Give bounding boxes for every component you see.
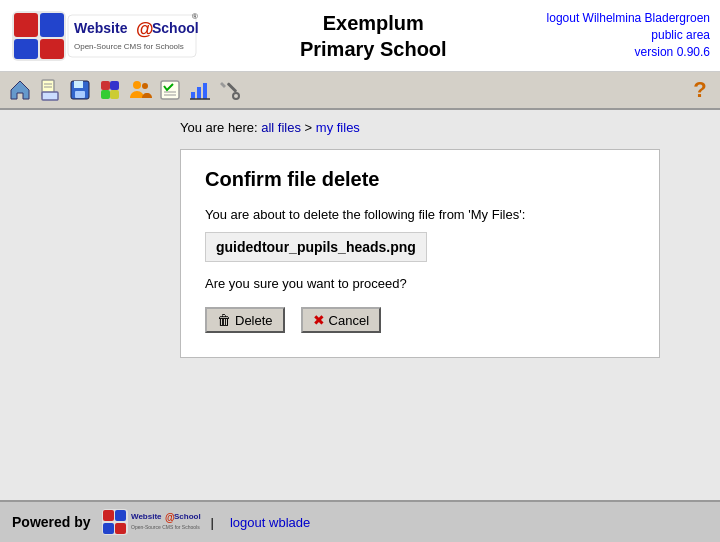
svg-rect-20	[101, 90, 110, 99]
logout-link[interactable]: logout Wilhelmina Bladergroen	[547, 11, 710, 25]
site-logo: Website @ School ® Open-Source CMS for S…	[10, 7, 200, 65]
svg-rect-4	[40, 39, 64, 59]
svg-text:School: School	[174, 512, 201, 521]
svg-rect-16	[74, 81, 83, 88]
confirm-title: Confirm file delete	[205, 168, 635, 191]
help-icon[interactable]: ?	[686, 76, 714, 104]
cancel-button[interactable]: ✖ Cancel	[301, 307, 381, 333]
svg-text:Website: Website	[74, 20, 128, 36]
delete-button[interactable]: 🗑 Delete	[205, 307, 285, 333]
svg-rect-3	[14, 39, 38, 59]
page-icon[interactable]	[36, 76, 64, 104]
breadcrumb-current[interactable]: my files	[316, 120, 360, 135]
breadcrumb-parent[interactable]: all files	[261, 120, 301, 135]
svg-text:Open-Source CMS for Schools: Open-Source CMS for Schools	[131, 524, 200, 530]
site-title: Exemplum Primary School	[200, 10, 547, 62]
footer-logout-link[interactable]: logout wblade	[230, 515, 310, 530]
home-icon[interactable]	[6, 76, 34, 104]
svg-rect-27	[191, 92, 195, 99]
svg-point-23	[142, 83, 148, 89]
svg-point-32	[233, 93, 239, 99]
svg-rect-12	[42, 92, 58, 100]
user-info: logout Wilhelmina Bladergroen public are…	[547, 10, 710, 60]
svg-rect-31	[227, 82, 238, 93]
svg-rect-37	[115, 523, 126, 534]
svg-rect-18	[101, 81, 110, 90]
svg-rect-34	[103, 510, 114, 521]
checklist-icon[interactable]	[156, 76, 184, 104]
breadcrumb: You are here: all files > my files	[180, 120, 720, 135]
filename-display: guidedtour_pupils_heads.png	[205, 232, 427, 262]
svg-rect-2	[40, 13, 64, 37]
logo-area: Website @ School ® Open-Source CMS for S…	[10, 7, 200, 65]
footer-logo: Website @ School Open-Source CMS for Sch…	[101, 508, 201, 536]
main-content: You are here: all files > my files Confi…	[0, 110, 720, 500]
svg-rect-36	[103, 523, 114, 534]
delete-description: You are about to delete the following fi…	[205, 207, 635, 222]
users-icon[interactable]	[126, 76, 154, 104]
svg-rect-21	[110, 90, 119, 99]
svg-rect-28	[197, 87, 201, 99]
button-row: 🗑 Delete ✖ Cancel	[205, 307, 635, 333]
svg-text:@: @	[136, 19, 154, 39]
svg-text:Website: Website	[131, 512, 162, 521]
confirm-question: Are you sure you want to proceed?	[205, 276, 635, 291]
footer: Powered by Website @ School Open-Source …	[0, 500, 720, 542]
header: Website @ School ® Open-Source CMS for S…	[0, 0, 720, 72]
stats-icon[interactable]	[186, 76, 214, 104]
toolbar: ?	[0, 72, 720, 110]
save-icon[interactable]	[66, 76, 94, 104]
module-icon[interactable]	[96, 76, 124, 104]
svg-point-22	[133, 81, 141, 89]
svg-text:Open-Source CMS for Schools: Open-Source CMS for Schools	[74, 42, 184, 51]
svg-text:®: ®	[192, 12, 198, 21]
content-box: Confirm file delete You are about to del…	[180, 149, 660, 358]
svg-rect-24	[161, 81, 179, 99]
svg-rect-19	[110, 81, 119, 90]
tools-icon[interactable]	[216, 76, 244, 104]
cancel-icon: ✖	[313, 312, 325, 328]
svg-rect-35	[115, 510, 126, 521]
svg-rect-1	[14, 13, 38, 37]
delete-icon: 🗑	[217, 312, 231, 328]
svg-rect-29	[203, 83, 207, 99]
svg-text:School: School	[152, 20, 199, 36]
svg-rect-17	[75, 91, 85, 98]
powered-by-text: Powered by	[12, 514, 91, 530]
